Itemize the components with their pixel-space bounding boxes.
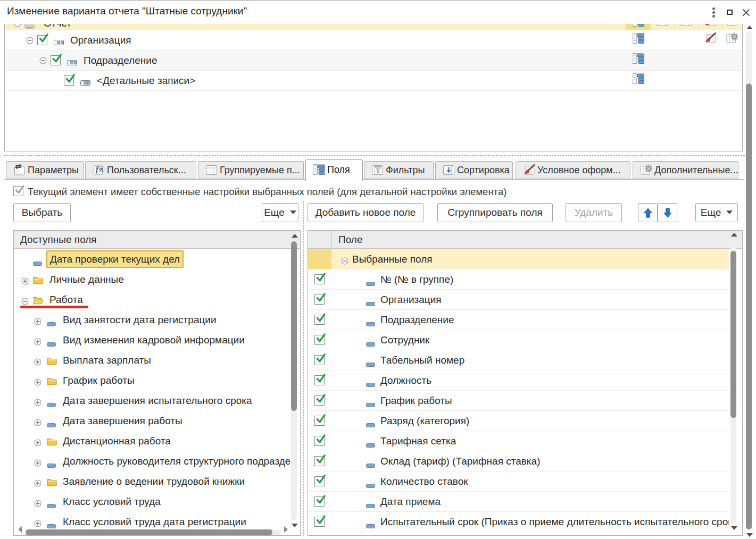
vertical-splitter[interactable]	[303, 201, 304, 536]
selected-field-row[interactable]: Сотрудник	[308, 330, 729, 350]
structure-row[interactable]: Организация	[5, 30, 742, 50]
structure-row-label: Подразделение	[84, 50, 157, 71]
structure-row[interactable]: <Детальные записи>	[5, 71, 742, 91]
maximize-button[interactable]	[724, 6, 736, 19]
tab-фильтры[interactable]: Фильтры	[364, 161, 434, 179]
available-field-row[interactable]: Класс условий труда	[14, 492, 290, 512]
expand-icon	[34, 520, 41, 527]
group-fields-button[interactable]: Сгруппировать поля	[437, 203, 553, 222]
move-down-button[interactable]	[658, 203, 677, 222]
selected-field-row[interactable]: Оклад (тариф) (Тарифная ставка)	[308, 451, 729, 471]
folder-icon	[47, 377, 57, 385]
selected-field-row[interactable]: Количество ставок	[308, 471, 729, 492]
available-field-row[interactable]: Выплата зарплаты	[14, 350, 290, 370]
selected-field-row[interactable]: Разряд (категория)	[308, 411, 729, 431]
scroll-down-icon[interactable]	[731, 526, 737, 530]
available-field-row[interactable]: Дата проверки текущих дел	[14, 249, 290, 270]
tab-сортировка[interactable]: Сортировка	[435, 161, 513, 179]
field-icon	[33, 262, 42, 266]
field-checkbox[interactable]	[314, 274, 325, 284]
available-fields-panel: Доступные поля Дата проверки текущих дел…	[13, 230, 301, 536]
selected-field-row[interactable]: Подразделение	[308, 310, 729, 330]
field-icon	[366, 504, 375, 508]
scroll-right-icon[interactable]	[284, 526, 288, 533]
available-field-row[interactable]: Должность руководителя структурного подр…	[14, 451, 290, 471]
field-checkbox[interactable]	[314, 496, 325, 507]
row-checkbox[interactable]	[51, 55, 61, 65]
field-checkbox[interactable]	[314, 517, 325, 527]
report-icon	[24, 24, 35, 29]
expand-icon	[34, 479, 41, 487]
selected-fields-vscroll[interactable]	[730, 251, 736, 418]
folder-icon	[47, 357, 57, 365]
add-field-button[interactable]: Добавить новое поле	[308, 203, 423, 222]
window-menu-button[interactable]	[707, 6, 719, 19]
selected-fields-group-row[interactable]: Выбранные поля	[308, 249, 729, 270]
field-checkbox[interactable]	[314, 456, 325, 466]
available-field-row[interactable]: Вид изменения кадровой информации	[14, 330, 290, 350]
conditional-appearance-icon	[704, 24, 717, 27]
available-field-row[interactable]: Вид занятости дата регистрации	[14, 310, 290, 330]
tab-пользовательск-[interactable]: Пользовательск...	[85, 161, 196, 179]
check-icon	[315, 353, 327, 364]
scroll-left-icon[interactable]	[18, 526, 22, 533]
field-checkbox[interactable]	[314, 355, 325, 365]
own-settings-checkbox[interactable]	[13, 186, 23, 196]
delete-button[interactable]: Удалить	[566, 203, 622, 222]
tab-поля[interactable]: Поля	[305, 159, 363, 181]
field-checkbox[interactable]	[314, 416, 325, 426]
tab-условное-оформ-[interactable]: Условное оформ...	[516, 161, 630, 179]
additional-settings-icon	[640, 164, 652, 176]
selected-field-row[interactable]: Тарифная сетка	[308, 431, 729, 451]
available-field-row[interactable]: Заявление о ведении трудовой книжки	[14, 471, 290, 492]
selected-field-row[interactable]: Должность	[308, 370, 729, 391]
tab-дополнительные-[interactable]: Дополнительные...	[633, 161, 738, 179]
structure-row-label: Организация	[70, 30, 131, 50]
scroll-down-icon[interactable]	[292, 524, 298, 527]
available-field-row[interactable]: График работы	[14, 370, 290, 391]
more-button-right[interactable]: Еще	[695, 203, 738, 222]
filter-icon	[371, 164, 384, 176]
available-field-row[interactable]: Дата завершения работы	[14, 411, 290, 431]
scroll-up-icon[interactable]	[292, 234, 298, 238]
available-field-row[interactable]: Личные данные	[14, 270, 290, 290]
field-checkbox[interactable]	[314, 315, 325, 325]
field-checkbox[interactable]	[314, 476, 325, 486]
available-field-row[interactable]: Дистанционная работа	[14, 431, 290, 451]
structure-row[interactable]: Отчет	[5, 24, 742, 30]
available-field-row[interactable]: Дата завершения испытательного срока	[14, 391, 290, 411]
tab-baseline	[4, 179, 744, 180]
field-icon	[366, 282, 375, 286]
selected-field-row[interactable]: № (№ в группе)	[308, 270, 729, 290]
select-button[interactable]: Выбрать	[13, 203, 71, 222]
move-up-button[interactable]	[638, 203, 658, 222]
scroll-down-icon[interactable]	[746, 533, 753, 537]
close-button[interactable]	[740, 6, 753, 19]
selected-fields-panel: Поле Выбранные поля№ (№ в группе)Организ…	[308, 230, 743, 536]
field-checkbox[interactable]	[314, 335, 325, 345]
selected-field-row[interactable]: Испытательный срок (Приказ о приеме длит…	[308, 512, 729, 532]
field-checkbox[interactable]	[314, 375, 325, 385]
field-checkbox[interactable]	[314, 294, 325, 305]
expand-icon	[34, 338, 41, 346]
horizontal-splitter[interactable]	[4, 155, 745, 156]
selected-field-row[interactable]: Табельный номер	[308, 350, 729, 370]
more-button-left[interactable]: Еще	[262, 203, 298, 222]
tab-группируемые-п-[interactable]: Группируемые п...	[198, 161, 304, 179]
selected-field-row[interactable]: Дата приема	[308, 492, 729, 512]
available-fields-vscroll[interactable]	[291, 241, 297, 411]
available-field-row[interactable]: Работа	[14, 290, 290, 310]
selected-field-row[interactable]: График работы	[308, 391, 729, 411]
selected-field-row[interactable]: Организация	[308, 290, 729, 310]
row-checkbox[interactable]	[37, 35, 47, 45]
structure-row[interactable]: Подразделение	[5, 50, 742, 71]
selected-available-field[interactable]: Дата проверки текущих дел	[46, 250, 184, 268]
available-fields-hscroll[interactable]	[26, 529, 272, 535]
field-checkbox[interactable]	[314, 395, 325, 406]
field-icon	[47, 322, 56, 326]
row-checkbox[interactable]	[64, 75, 74, 86]
field-checkbox[interactable]	[314, 436, 325, 446]
scroll-up-icon[interactable]	[746, 26, 753, 29]
scroll-up-icon[interactable]	[731, 233, 737, 237]
tab-параметры[interactable]: Параметры	[6, 161, 84, 179]
